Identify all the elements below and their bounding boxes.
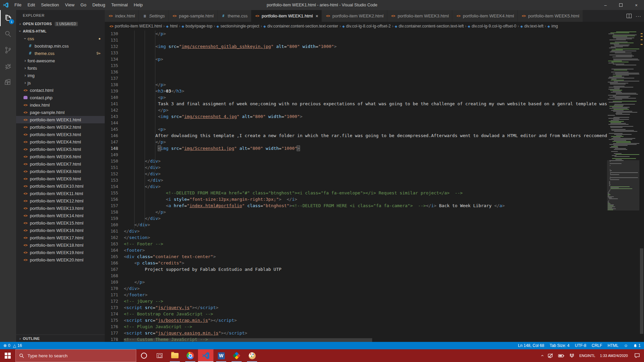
code-line-163[interactable]: 163<!-- Footer --> [105, 241, 607, 247]
code-line-174[interactable]: 174<!-- Bootstrap Core JavaScript --> [105, 311, 607, 317]
office-button[interactable] [229, 349, 244, 362]
code-line-160[interactable]: 160 </div> [105, 222, 607, 228]
code-line-152[interactable]: 152 </div> [105, 171, 607, 177]
tray-expand-button[interactable]: › [539, 349, 545, 362]
code-line-169[interactable]: 169 </p> [105, 279, 607, 285]
file-portfolio-item-week14-html[interactable]: <>portfolio-item WEEK14.html [16, 212, 105, 219]
file-portfolio-item-week7-html[interactable]: <>portfolio-item WEEK7.html [16, 160, 105, 168]
tab-page-sample-html[interactable]: <>page-sample.html [168, 10, 217, 22]
code-line-149[interactable]: 149 [105, 152, 607, 158]
network-status[interactable] [545, 349, 556, 362]
file-portfolio-item-week8-html[interactable]: <>portfolio-item WEEK8.html [16, 168, 105, 175]
encoding-setting[interactable]: UTF-8 [575, 342, 586, 349]
paint-button[interactable] [244, 349, 260, 362]
folder-js[interactable]: ›js [16, 79, 105, 86]
file-portfolio-item-week10-html[interactable]: <>portfolio-item WEEK10.html [16, 182, 105, 190]
code-line-168[interactable]: 168 [105, 273, 607, 279]
file-portfolio-item-week6-html[interactable]: <>portfolio-item WEEK6.html [16, 153, 105, 160]
code-line-131[interactable]: 131 [105, 37, 607, 43]
file-portfolio-item-week4-html[interactable]: <>portfolio-item WEEK4.html [16, 138, 105, 145]
debug-icon[interactable] [0, 58, 16, 74]
code-line-164[interactable]: 164<footer> [105, 247, 607, 253]
file-contact-php[interactable]: contact.php [16, 94, 105, 101]
code-area[interactable]: 130 </p>131132 <img src="img/screenshot_… [105, 31, 607, 342]
code-line-136[interactable]: 136 [105, 69, 607, 75]
code-line-145[interactable]: 145 <p> [105, 126, 607, 132]
code-line-148[interactable]: 148 <img src="img/Screenshot1.jpg" alt="… [105, 145, 607, 152]
task-view-button[interactable] [152, 349, 167, 362]
code-line-175[interactable]: 175<script src="js/bootstrap.min.js"></s… [105, 317, 607, 323]
menu-help[interactable]: Help [131, 0, 146, 10]
code-line-166[interactable]: 166 <p class="credits"> [105, 260, 607, 266]
file-portfolio-item-week12-html[interactable]: <>portfolio-item WEEK12.html [16, 197, 105, 204]
code-line-142[interactable]: 142 </p> [105, 107, 607, 113]
folder-font-awesome[interactable]: ›font-awesome [16, 57, 105, 64]
file-portfolio-item-week17-html[interactable]: <>portfolio-item WEEK17.html [16, 234, 105, 241]
minimap-slider[interactable] [607, 160, 639, 210]
maximize-button[interactable] [613, 0, 629, 10]
code-line-138[interactable]: 138 </p> [105, 81, 607, 88]
split-editor-icon[interactable] [627, 14, 632, 18]
tab-index-html[interactable]: <>index.html [105, 10, 139, 22]
breadcrumb-item[interactable]: <>portfolio-item WEEK1.html [109, 24, 162, 28]
breadcrumb-item[interactable]: ◈div.col-lg-9.col-lg-offset-0 [468, 24, 516, 28]
tab-portfolio-item-week1-html[interactable]: <>portfolio-item WEEK1.html× [251, 10, 322, 22]
file-bootstrap-min-css[interactable]: #bootstrap.min.css [16, 42, 105, 50]
file-index-html[interactable]: <>index.html [16, 101, 105, 109]
file-portfolio-item-week15-html[interactable]: <>portfolio-item WEEK15.html [16, 219, 105, 227]
file-portfolio-item-week3-html[interactable]: <>portfolio-item WEEK3.html [16, 131, 105, 138]
menu-go[interactable]: Go [78, 0, 89, 10]
file-contact-html[interactable]: <>contact.html [16, 86, 105, 94]
indentation-setting[interactable]: Tab Size: 4 [550, 342, 569, 349]
chrome-button[interactable] [183, 349, 198, 362]
extensions-icon[interactable] [0, 74, 16, 90]
code-line-157[interactable]: 157 <a href="index.html#portfolio" class… [105, 202, 607, 209]
start-button[interactable] [0, 349, 15, 362]
menu-view[interactable]: View [62, 0, 78, 10]
dropbox-status[interactable] [567, 349, 577, 362]
breadcrumb-item[interactable]: ◈img [547, 24, 558, 28]
cursor-position[interactable]: Ln 148, Col 68 [518, 342, 544, 349]
vertical-scrollbar[interactable] [639, 31, 644, 342]
folder-img[interactable]: ›img [16, 72, 105, 79]
code-line-177[interactable]: 177<script src="js/jquery.easing.min.js"… [105, 330, 607, 336]
code-line-171[interactable]: 171</footer> [105, 292, 607, 298]
code-line-154[interactable]: 154 </div> [105, 183, 607, 190]
file-portfolio-item-week9-html[interactable]: <>portfolio-item WEEK9.html [16, 175, 105, 182]
file-portfolio-item-week5-html[interactable]: <>portfolio-item WEEK5.html [16, 145, 105, 153]
folder-css[interactable]: ›css● [16, 35, 105, 42]
code-line-137[interactable]: 137 [105, 75, 607, 81]
search-icon[interactable] [0, 26, 16, 42]
tab-portfolio-item-week4-html[interactable]: <>portfolio-item WEEK4.html [452, 10, 517, 22]
feedback-smiley-icon[interactable]: ☺ [624, 342, 628, 349]
code-line-155[interactable]: 155 <!--DELETED FROM HERE<a href="#" cla… [105, 190, 607, 196]
code-line-161[interactable]: 161</div> [105, 228, 607, 234]
close-button[interactable]: × [629, 0, 644, 10]
more-actions-icon[interactable]: ··· [636, 13, 641, 19]
code-line-150[interactable]: 150 </div> [105, 158, 607, 164]
language-mode[interactable]: HTML [607, 342, 618, 349]
taskbar-search-input[interactable]: Type here to search [15, 349, 136, 362]
breadcrumb-item[interactable]: ◈body#page-top [182, 24, 212, 28]
breadcrumb-item[interactable]: ◈div.text-left [521, 24, 544, 28]
code-line-153[interactable]: 153 </div> [105, 177, 607, 183]
file-portfolio-item-week13-html[interactable]: <>portfolio-item WEEK13.html [16, 204, 105, 212]
notifications-bell[interactable]: 1 [633, 342, 641, 349]
explorer-icon[interactable]: 1 [0, 10, 16, 26]
minimap[interactable] [607, 31, 639, 342]
file-portfolio-item-week1-html[interactable]: <>portfolio-item WEEK1.html [16, 116, 105, 123]
code-editor[interactable]: 130 </p>131132 <img src="img/screenshot_… [105, 31, 644, 342]
file-portfolio-item-week16-html[interactable]: <>portfolio-item WEEK16.html [16, 227, 105, 234]
code-line-146[interactable]: 146 After dowloading this template ,I cr… [105, 132, 607, 139]
code-line-173[interactable]: 173<script src="js/jquery.js"></script> [105, 304, 607, 311]
eol-setting[interactable]: CRLF [592, 342, 602, 349]
code-line-172[interactable]: 172<!-- jQuery --> [105, 298, 607, 304]
file-explorer-button[interactable] [167, 349, 183, 362]
breadcrumb-item[interactable]: ◈div.container.content-section.text-cent… [263, 24, 338, 28]
language-indicator[interactable]: ENGINTL [577, 349, 598, 362]
file-theme-css[interactable]: #theme.css9+ [16, 50, 105, 57]
code-line-151[interactable]: 151 </div> [105, 164, 607, 171]
breadcrumb-item[interactable]: ◈section#single-project [216, 24, 259, 28]
cortana-button[interactable] [136, 349, 152, 362]
breadcrumb-item[interactable]: ◈div.col-lg-8.col-lg-offset-2 [342, 24, 391, 28]
